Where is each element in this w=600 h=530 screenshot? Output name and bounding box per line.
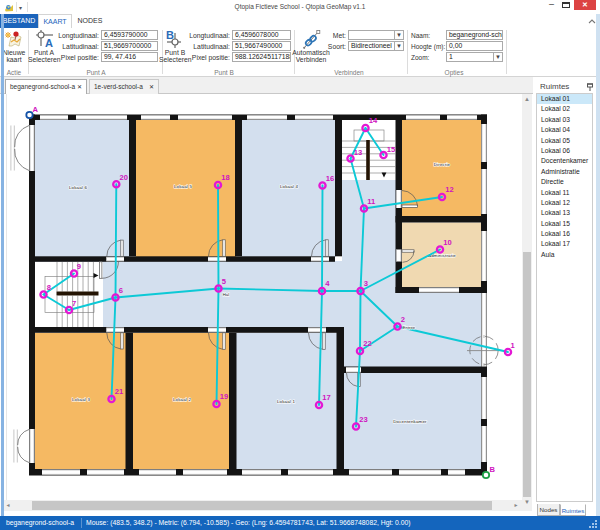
svg-text:3: 3	[364, 279, 368, 288]
svg-text:8: 8	[47, 283, 51, 292]
svg-text:18: 18	[221, 173, 229, 182]
svg-text:14: 14	[369, 116, 378, 125]
svg-text:17: 17	[322, 393, 330, 402]
svg-text:B: B	[490, 465, 496, 474]
svg-text:Directie: Directie	[434, 162, 451, 167]
svg-text:Lokaal 5: Lokaal 5	[174, 184, 193, 189]
svg-text:20: 20	[120, 173, 128, 182]
svg-text:Lokaal 6: Lokaal 6	[69, 185, 88, 190]
svg-text:Lokaal 1: Lokaal 1	[277, 399, 296, 404]
svg-text:2: 2	[401, 315, 405, 324]
svg-text:15: 15	[387, 145, 396, 154]
svg-text:A: A	[33, 105, 39, 114]
svg-text:23: 23	[359, 415, 367, 424]
svg-text:12: 12	[445, 185, 453, 194]
svg-text:11: 11	[367, 197, 376, 206]
svg-text:Lokaal 3: Lokaal 3	[72, 397, 91, 402]
svg-text:22: 22	[363, 339, 371, 348]
svg-text:21: 21	[115, 387, 124, 396]
svg-text:9: 9	[77, 262, 81, 271]
svg-text:Lokaal 4: Lokaal 4	[280, 184, 299, 189]
svg-text:7: 7	[72, 299, 76, 308]
svg-text:Lokaal 2: Lokaal 2	[173, 397, 192, 402]
svg-text:A: A	[45, 37, 53, 48]
svg-text:Entree: Entree	[403, 325, 416, 330]
svg-text:Hal: Hal	[223, 292, 229, 297]
svg-text:16: 16	[326, 174, 334, 183]
svg-text:19: 19	[220, 392, 228, 401]
svg-text:10: 10	[443, 238, 451, 247]
svg-text:6: 6	[119, 286, 123, 295]
svg-text:Docentenkamer: Docentenkamer	[393, 419, 427, 424]
svg-text:13: 13	[354, 148, 362, 157]
